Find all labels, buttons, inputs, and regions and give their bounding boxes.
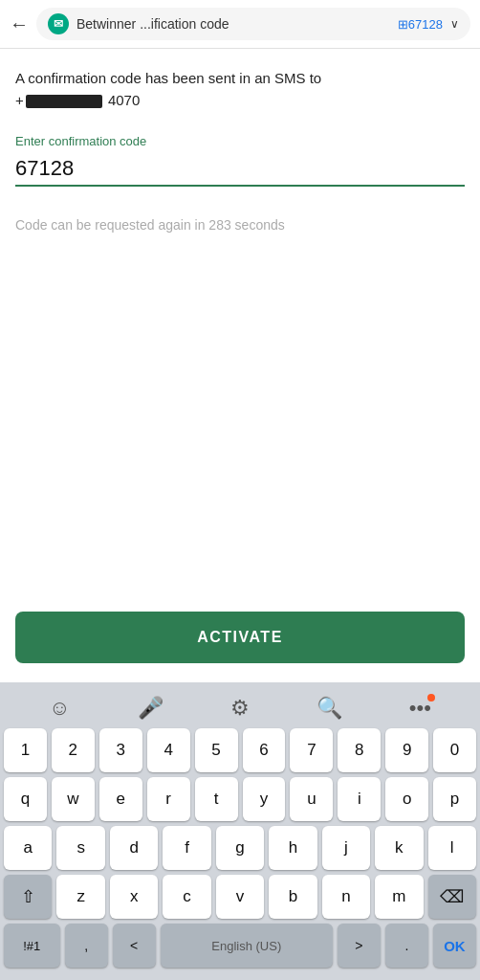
tab-badge: ⊞67128 [398, 17, 443, 32]
bottom-row: !#1 , < English (US) > . OK [0, 924, 480, 968]
browser-bar: ← ✉ Betwinner ...ification code ⊞67128 ∨ [0, 0, 480, 49]
confirmation-code-input[interactable] [15, 152, 465, 187]
space-key[interactable]: English (US) [161, 924, 333, 968]
browser-tab[interactable]: ✉ Betwinner ...ification code ⊞67128 ∨ [36, 8, 470, 40]
activate-button[interactable]: ACTIVATE [15, 612, 465, 663]
notification-dot [427, 694, 435, 702]
resend-text: Code can be requested again in 283 secon… [15, 217, 465, 233]
key-r[interactable]: r [147, 777, 190, 821]
phone-redacted [26, 95, 102, 108]
key-e[interactable]: e [99, 777, 142, 821]
key-x[interactable]: x [110, 875, 158, 919]
key-period[interactable]: . [385, 924, 428, 968]
confirmation-code-group: Enter confirmation code [15, 134, 465, 187]
key-w[interactable]: w [52, 777, 95, 821]
key-s[interactable]: s [56, 826, 104, 870]
search-icon[interactable]: 🔍 [316, 696, 342, 721]
phone-suffix: 4070 [108, 92, 140, 108]
key-a[interactable]: a [4, 826, 52, 870]
key-3[interactable]: 3 [99, 728, 142, 772]
key-f[interactable]: f [163, 826, 210, 870]
key-h[interactable]: h [269, 826, 316, 870]
key-p[interactable]: p [433, 777, 476, 821]
key-v[interactable]: v [216, 875, 264, 919]
key-2[interactable]: 2 [52, 728, 95, 772]
tab-icon: ✉ [48, 13, 69, 34]
settings-icon[interactable]: ⚙ [230, 696, 250, 721]
key-7[interactable]: 7 [290, 728, 333, 772]
input-label: Enter confirmation code [15, 134, 465, 148]
key-comma[interactable]: , [65, 924, 108, 968]
zxcv-row: ⇧ z x c v b n m ⌫ [0, 875, 480, 919]
keyboard: ☺ 🎤 ⚙ 🔍 ••• 1 2 3 4 5 6 7 8 9 0 q w e r … [0, 682, 480, 980]
emoji-icon[interactable]: ☺ [49, 696, 70, 721]
key-l[interactable]: l [428, 826, 476, 870]
tab-dropdown-icon[interactable]: ∨ [450, 17, 459, 31]
key-6[interactable]: 6 [243, 728, 286, 772]
key-k[interactable]: k [375, 826, 423, 870]
ok-key[interactable]: OK [433, 924, 476, 968]
more-icon[interactable]: ••• [409, 696, 431, 721]
qwerty-row: q w e r t y u i o p [0, 777, 480, 821]
back-button[interactable]: ← [10, 13, 29, 35]
key-g[interactable]: g [216, 826, 264, 870]
shift-key[interactable]: ⇧ [4, 875, 52, 919]
key-q[interactable]: q [4, 777, 47, 821]
key-c[interactable]: c [163, 875, 210, 919]
asdf-row: a s d f g h j k l [0, 826, 480, 870]
key-4[interactable]: 4 [147, 728, 190, 772]
key-b[interactable]: b [269, 875, 316, 919]
number-row: 1 2 3 4 5 6 7 8 9 0 [0, 728, 480, 772]
key-d[interactable]: d [110, 826, 158, 870]
delete-key[interactable]: ⌫ [428, 875, 476, 919]
key-u[interactable]: u [290, 777, 333, 821]
sms-notice: A confirmation code has been sent in an … [15, 68, 465, 111]
key-o[interactable]: o [385, 777, 428, 821]
key-8[interactable]: 8 [338, 728, 381, 772]
key-n[interactable]: n [322, 875, 370, 919]
sms-notice-text: A confirmation code has been sent in an … [15, 70, 321, 86]
key-m[interactable]: m [375, 875, 423, 919]
key-j[interactable]: j [322, 826, 370, 870]
symbol-key[interactable]: !#1 [4, 924, 60, 968]
key-0[interactable]: 0 [433, 728, 476, 772]
bottom-bar [0, 972, 480, 980]
tab-text: Betwinner ...ification code [76, 16, 390, 32]
key-y[interactable]: y [243, 777, 286, 821]
key-z[interactable]: z [56, 875, 104, 919]
key-t[interactable]: t [195, 777, 238, 821]
key-9[interactable]: 9 [385, 728, 428, 772]
key-5[interactable]: 5 [195, 728, 238, 772]
mic-icon[interactable]: 🎤 [138, 696, 164, 721]
key-left-chevron[interactable]: < [113, 924, 156, 968]
main-content: A confirmation code has been sent in an … [0, 49, 480, 682]
key-right-chevron[interactable]: > [338, 924, 381, 968]
key-1[interactable]: 1 [4, 728, 47, 772]
keyboard-toolbar: ☺ 🎤 ⚙ 🔍 ••• [0, 688, 480, 728]
key-i[interactable]: i [338, 777, 381, 821]
